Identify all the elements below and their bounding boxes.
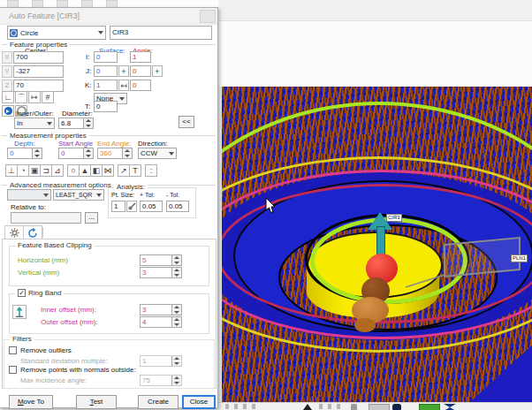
application-window: CIR3 PLN1 Auto Feature [CIR3] Circle — [0, 0, 532, 410]
inner-offset-spinner[interactable]: 3 — [140, 304, 182, 315]
test-button[interactable]: Test — [76, 395, 117, 409]
toolbar-band — [218, 0, 532, 21]
remove-outliers-label: Remove outliers — [20, 346, 72, 354]
surface-j-input[interactable]: 0 — [94, 65, 118, 77]
feature-clipping-group: Feature Based Clipping — [9, 246, 209, 286]
up-arrow-icon — [15, 307, 24, 317]
vector-mode-button[interactable] — [2, 105, 14, 117]
path-icon-button[interactable]: ↗ — [118, 164, 130, 177]
move-to-button[interactable]: Move To — [9, 395, 53, 409]
inner-outer-label: Inner/Outer: — [16, 110, 54, 118]
inner-outer-combobox[interactable]: In — [14, 118, 55, 129]
flip-vector-button[interactable]: ↤ — [118, 80, 129, 91]
surface-vector-pick-button[interactable]: + — [118, 65, 129, 77]
path-icon-button[interactable]: ⊐ — [40, 164, 52, 177]
toolbar-dots[interactable] — [225, 404, 261, 409]
collapse-dialog-button[interactable]: << — [179, 116, 194, 128]
center-z-input[interactable]: 70 — [13, 80, 64, 92]
spin-buttons[interactable] — [83, 118, 93, 128]
path-icon-button[interactable]: : — [145, 164, 157, 177]
direction-combobox[interactable]: CCW — [138, 148, 177, 159]
t-input[interactable]: 0 — [94, 101, 118, 112]
feature-type-combobox[interactable]: Circle — [7, 26, 106, 40]
tab-divider — [42, 227, 43, 238]
relative-to-label: Relative to: — [11, 203, 46, 211]
feature-type-value: Circle — [20, 29, 38, 37]
angle-j-input[interactable]: 0 — [130, 65, 151, 77]
probe-mode-icon[interactable] — [392, 404, 401, 410]
advanced-empty-combobox[interactable] — [7, 189, 51, 201]
dialog-titlebar[interactable]: Auto Feature [CIR3] — [0, 8, 217, 25]
algorithm-combobox[interactable]: LEAST_SQR — [53, 189, 104, 201]
tab-scan-settings[interactable] — [23, 225, 42, 239]
ring-band-label: Ring Band — [28, 289, 61, 297]
plus-tol-label: + Tol: — [140, 192, 155, 198]
create-button[interactable]: Create — [138, 395, 179, 409]
outer-offset-spinner[interactable]: 4 — [140, 316, 182, 328]
std-dev-spinner[interactable]: 1 — [140, 355, 182, 367]
mouse-cursor — [265, 198, 276, 214]
probe-toggle-button[interactable] — [126, 201, 137, 212]
toolbar-icon[interactable] — [81, 0, 93, 7]
ring-band-checkbox[interactable]: ✓ — [18, 289, 26, 297]
pt-size-input[interactable]: 1 — [111, 201, 125, 212]
end-angle-spinner[interactable]: 360 — [97, 148, 133, 159]
path-icon-button[interactable]: ◔ — [17, 164, 29, 177]
end-angle-label: End Angle: — [97, 140, 132, 148]
measurement-properties-section: Measurement properties — [2, 132, 216, 140]
toolbar-icon[interactable] — [7, 0, 19, 7]
remove-outliers-checkbox[interactable] — [9, 346, 17, 354]
feature-name-input[interactable]: CIR3 — [110, 26, 212, 40]
up-triangle-icon[interactable] — [303, 404, 312, 410]
dialog-help-button[interactable] — [200, 10, 216, 23]
toolbar-icon[interactable] — [32, 0, 43, 7]
auto-feature-dialog: Auto Feature [CIR3] Circle CIR3 Feature … — [0, 7, 218, 408]
angle-vector-pick-button[interactable]: + — [152, 65, 163, 77]
path-icon-button[interactable]: ▲ — [79, 164, 91, 177]
path-icon-button[interactable]: ○ — [67, 164, 80, 177]
snap-span-toggle[interactable]: ↦ — [28, 91, 41, 103]
browse-button[interactable]: ... — [85, 212, 98, 224]
depth-spinner[interactable]: 0 — [7, 148, 42, 159]
path-icon-button[interactable]: T — [129, 164, 141, 177]
ring-band-direction-button[interactable] — [12, 305, 27, 319]
inner-offset-label: Inner offset (mm): — [41, 306, 96, 314]
angle-i-input[interactable]: 1 — [130, 51, 151, 63]
surface-k-input[interactable]: 1 — [94, 80, 118, 91]
diameter-spinner[interactable]: 6.8 — [58, 118, 94, 129]
lock-icon[interactable] — [351, 404, 357, 410]
toolbar-icon[interactable] — [57, 0, 68, 7]
path-icon-button[interactable]: ▣ — [28, 164, 41, 177]
horizontal-spinner[interactable]: 5 — [140, 254, 182, 266]
toolbar-icon[interactable] — [106, 0, 118, 7]
feature-id-label[interactable]: CIR3 — [386, 214, 402, 222]
snap-arc-toggle[interactable]: ⌒ — [15, 91, 27, 103]
start-angle-spinner[interactable]: 0 — [58, 148, 94, 159]
snap-grid-toggle[interactable]: # — [42, 91, 54, 103]
path-icon-button[interactable]: ⊥ — [5, 164, 18, 177]
surface-i-input[interactable]: 0 — [94, 51, 118, 63]
plane-id-label[interactable]: PLN1 — [511, 254, 528, 262]
snap-corner-toggle[interactable]: ∟ — [2, 91, 14, 103]
graphics-viewport[interactable]: CIR3 PLN1 — [222, 87, 532, 402]
center-x-input[interactable]: 700 — [13, 51, 64, 64]
vertical-spinner[interactable]: 3 — [140, 267, 182, 278]
plus-tol-input[interactable]: 0.05 — [140, 201, 163, 212]
toolbar-dots[interactable] — [319, 404, 346, 409]
close-button[interactable]: Close — [182, 395, 216, 409]
navy-bowtie-icon[interactable] — [444, 404, 456, 410]
outer-offset-label: Outer offset (mm): — [41, 318, 98, 326]
path-icon-button[interactable]: ⊿ — [51, 164, 64, 177]
start-angle-label: Start Angle — [58, 140, 93, 148]
path-icon-button[interactable]: ⋈ — [102, 164, 114, 177]
path-icon-button[interactable]: ◧ — [90, 164, 103, 177]
toolbar-icon[interactable] — [369, 404, 390, 410]
blue-circle-icon — [4, 107, 12, 115]
remove-normals-checkbox[interactable] — [9, 366, 17, 374]
green-status-button[interactable] — [419, 404, 440, 410]
relative-to-input[interactable] — [11, 212, 81, 224]
minus-tol-input[interactable]: 0.05 — [166, 201, 189, 212]
max-incidence-spinner[interactable]: 75 — [140, 375, 182, 386]
center-y-input[interactable]: -327 — [13, 65, 64, 78]
angle-k-input[interactable]: 0 — [130, 80, 151, 91]
